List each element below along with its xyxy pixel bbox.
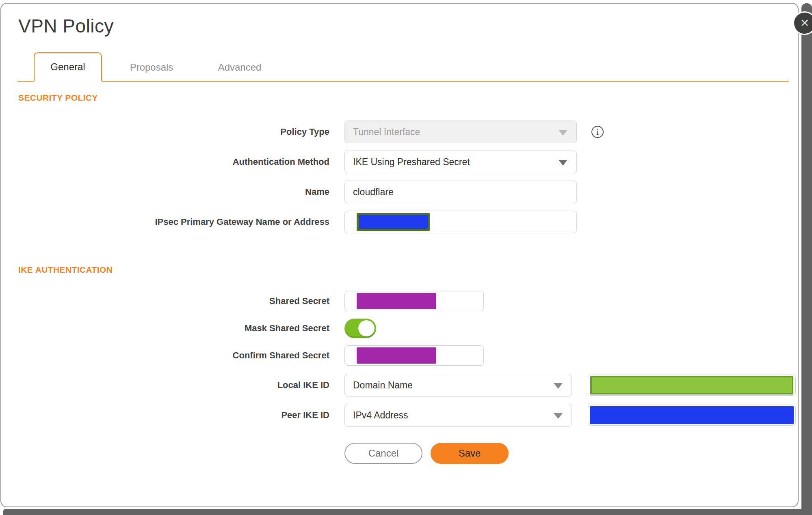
policy-type-value: Tunnel Interface — [353, 127, 420, 138]
tab-advanced-label: Advanced — [218, 62, 262, 73]
policy-type-label: Policy Type — [17, 127, 329, 137]
confirm-shared-secret-input[interactable] — [344, 345, 484, 366]
authentication-method-row: Authentication Method IKE Using Preshare… — [17, 151, 798, 173]
tab-general-label: General — [50, 61, 85, 73]
peer-ike-id-redacted-value — [590, 406, 794, 424]
gateway-row: IPsec Primary Gateway Name or Address — [17, 211, 798, 233]
peer-ike-id-select[interactable]: IPv4 Address — [344, 404, 572, 427]
mask-shared-secret-label: Mask Shared Secret — [17, 323, 329, 334]
shared-secret-label: Shared Secret — [17, 296, 329, 306]
chevron-down-icon — [559, 130, 567, 136]
shared-secret-input[interactable] — [344, 291, 484, 311]
name-row: Name cloudflare — [17, 181, 798, 203]
authentication-method-select[interactable]: IKE Using Preshared Secret — [344, 151, 577, 173]
tab-advanced[interactable]: Advanced — [213, 54, 266, 81]
gateway-input[interactable] — [344, 211, 577, 233]
local-ike-id-type: Domain Name — [353, 380, 413, 391]
shared-secret-redacted-value — [357, 293, 436, 309]
policy-type-row: Policy Type Tunnel Interface i — [17, 121, 798, 143]
local-ike-id-select[interactable]: Domain Name — [344, 374, 572, 396]
page-title: VPN Policy — [18, 15, 798, 37]
name-value: cloudflare — [353, 187, 394, 198]
page-backdrop-bottom — [3, 509, 812, 515]
toggle-knob — [358, 320, 375, 336]
info-icon[interactable]: i — [591, 126, 604, 138]
gateway-redacted-value — [357, 213, 430, 231]
chevron-down-icon — [559, 160, 567, 166]
local-ike-id-row: Local IKE ID Domain Name — [17, 374, 798, 396]
tab-proposals[interactable]: Proposals — [125, 54, 178, 81]
local-ike-id-redacted-value — [590, 376, 793, 394]
mask-shared-secret-toggle[interactable] — [344, 319, 376, 338]
name-input[interactable]: cloudflare — [344, 181, 577, 203]
tab-bar: General Proposals Advanced — [17, 52, 789, 82]
peer-ike-id-label: Peer IKE ID — [17, 410, 329, 420]
gateway-label: IPsec Primary Gateway Name or Address — [17, 217, 329, 227]
tab-general[interactable]: General — [34, 52, 102, 82]
local-ike-id-label: Local IKE ID — [17, 380, 329, 390]
security-policy-heading: SECURITY POLICY — [18, 93, 798, 103]
peer-ike-id-input[interactable] — [588, 405, 796, 426]
chevron-down-icon — [554, 413, 563, 419]
confirm-shared-secret-redacted-value — [357, 347, 436, 364]
authentication-method-label: Authentication Method — [17, 157, 329, 167]
dialog-actions: Cancel Save — [344, 443, 798, 464]
peer-ike-id-type: IPv4 Address — [353, 410, 408, 421]
policy-type-select: Tunnel Interface — [344, 121, 577, 143]
tab-proposals-label: Proposals — [130, 62, 173, 73]
local-ike-id-input[interactable] — [588, 375, 796, 396]
authentication-method-value: IKE Using Preshared Secret — [353, 157, 470, 168]
peer-ike-id-row: Peer IKE ID IPv4 Address — [17, 404, 798, 427]
ike-authentication-heading: IKE AUTHENTICATION — [18, 265, 798, 275]
close-icon: ✕ — [800, 18, 810, 29]
mask-shared-secret-row: Mask Shared Secret — [17, 319, 798, 338]
save-button[interactable]: Save — [431, 443, 509, 464]
confirm-shared-secret-label: Confirm Shared Secret — [17, 350, 329, 361]
shared-secret-row: Shared Secret — [17, 291, 798, 311]
page-backdrop-right — [801, 3, 812, 515]
vpn-policy-dialog: VPN Policy General Proposals Advanced SE… — [0, 3, 799, 507]
name-label: Name — [17, 187, 329, 197]
confirm-shared-secret-row: Confirm Shared Secret — [17, 345, 798, 366]
chevron-down-icon — [554, 383, 563, 389]
cancel-button[interactable]: Cancel — [344, 443, 422, 464]
